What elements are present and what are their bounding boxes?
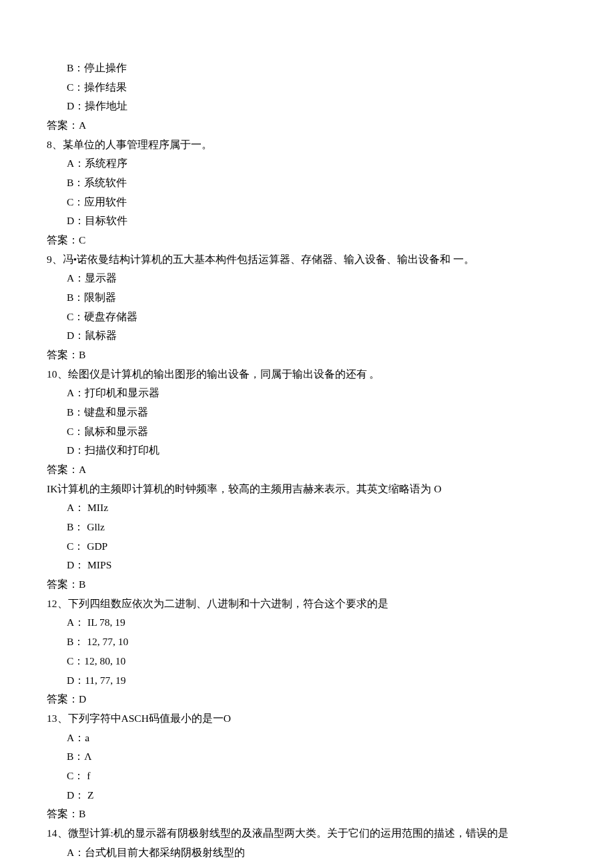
option-line: D： MIPS: [47, 556, 567, 575]
question-line: 9、冯•诺依曼结构计算机的五大基本构件包括运算器、存储器、输入设备、输出设备和 …: [47, 250, 567, 270]
question-line: 8、某单位的人事管理程序属于一。: [47, 135, 567, 155]
question-line: IK计算机的主频即计算机的时钟频率，较高的主频用吉赫来表示。其英文缩略语为 O: [47, 480, 567, 499]
option-line: A：系统程序: [47, 154, 567, 173]
option-line: C： GDP: [47, 537, 567, 556]
option-line: D： Z: [47, 786, 567, 805]
question-line: 10、绘图仪是计算机的输出图形的输出设备，同属于输出设备的还有 。: [47, 365, 567, 384]
answer-line: 答案：A: [47, 460, 567, 480]
option-line: B：停止操作: [47, 59, 567, 78]
answer-line: 答案：B: [47, 575, 567, 594]
option-line: C：硬盘存储器: [47, 308, 567, 327]
option-line: A：台式机目前大都采纳阴极射线型的: [47, 843, 567, 863]
question-line: 13、下列字符中ASCH码值最小的是一O: [47, 709, 567, 729]
option-line: D：11, 77, 19: [47, 671, 567, 691]
option-line: B：Λ: [47, 747, 567, 767]
option-line: A：打印机和显示器: [47, 384, 567, 403]
option-line: B：系统软件: [47, 173, 567, 193]
option-line: C：操作结果: [47, 78, 567, 97]
option-line: D：扫描仪和打印机: [47, 441, 567, 460]
option-line: C： f: [47, 767, 567, 786]
option-line: B： 12, 77, 10: [47, 632, 567, 652]
option-line: A： IL 78, 19: [47, 613, 567, 632]
option-line: D：鼠标器: [47, 326, 567, 346]
option-line: A：显示器: [47, 269, 567, 288]
document-page: B：停止操作C：操作结果D：操作地址答案：A8、某单位的人事管理程序属于一。A：…: [0, 0, 614, 868]
option-line: A： MIIz: [47, 498, 567, 518]
option-line: A：a: [47, 729, 567, 748]
option-line: C：应用软件: [47, 193, 567, 212]
answer-line: 答案：B: [47, 805, 567, 824]
option-line: C：12, 80, 10: [47, 652, 567, 671]
option-line: B：限制器: [47, 288, 567, 308]
option-line: C：鼠标和显示器: [47, 422, 567, 442]
option-line: B： Gllz: [47, 518, 567, 537]
answer-line: 答案：C: [47, 231, 567, 250]
option-line: D：操作地址: [47, 97, 567, 116]
option-line: B：键盘和显示器: [47, 403, 567, 422]
question-line: 14、微型计算:机的显示器有阴极射线型的及液晶型两大类。关于它们的运用范围的描述…: [47, 824, 567, 843]
option-line: D：目标软件: [47, 211, 567, 231]
question-line: 12、下列四组数应依次为二进制、八进制和十六进制，符合这个要求的是: [47, 594, 567, 614]
answer-line: 答案：A: [47, 116, 567, 135]
answer-line: 答案：B: [47, 346, 567, 365]
answer-line: 答案：D: [47, 690, 567, 709]
